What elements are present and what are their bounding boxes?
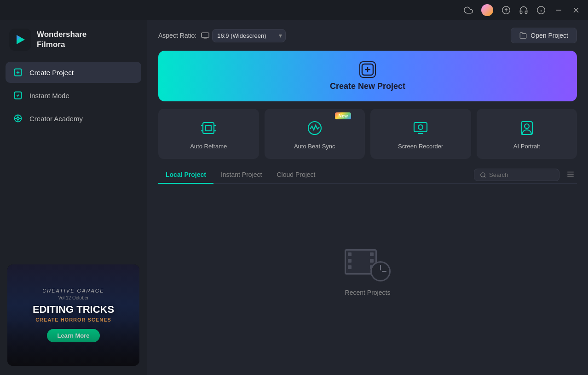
svg-line-39 [484, 176, 486, 177]
minimize-icon[interactable] [554, 6, 563, 15]
info-icon[interactable] [536, 6, 546, 15]
open-project-button[interactable]: Open Project [511, 28, 577, 43]
instant-mode-icon [13, 90, 23, 100]
titlebar [0, 0, 588, 20]
topbar: Aspect Ratio: 16:9 (Widescreen) 9:16 (Ve… [147, 20, 588, 51]
projects-tabs: Local Project Instant Project Cloud Proj… [158, 166, 577, 184]
tool-card-label: Auto Reframe [190, 143, 227, 150]
tab-cloud-project[interactable]: Cloud Project [269, 166, 323, 184]
screen-recorder-icon [410, 118, 431, 138]
aspect-ratio-select[interactable]: 16:9 (Widescreen) 9:16 (Vertical) 1:1 (S… [212, 29, 286, 42]
logo-area: Wondershare Filmora [0, 20, 147, 62]
cloud-icon[interactable] [464, 6, 473, 15]
clock-circle [370, 261, 391, 281]
nav-menu: Create Project Instant Mode [0, 62, 147, 129]
create-banner-plus-icon [359, 61, 376, 78]
create-project-icon [13, 67, 23, 77]
promo-banner[interactable]: Creative Garage Vol.12 October EDITING T… [7, 264, 139, 366]
tool-card-label: Auto Beat Sync [294, 143, 335, 150]
sidebar-item-label: Instant Mode [29, 92, 69, 100]
create-new-project-banner[interactable]: Create New Project [158, 51, 577, 101]
sidebar-item-create-project[interactable]: Create Project [6, 62, 141, 83]
aspect-ratio-select-wrap: 16:9 (Widescreen) 9:16 (Vertical) 1:1 (S… [201, 29, 286, 42]
create-banner-label: Create New Project [330, 82, 405, 91]
ai-portrait-icon [517, 118, 537, 138]
tool-card-auto-beat-sync[interactable]: New Auto Beat Sync [265, 109, 365, 159]
tool-cards: Auto Reframe New Auto Beat Sync [147, 109, 588, 166]
close-icon[interactable] [571, 6, 581, 15]
app-logo [9, 29, 31, 51]
promo-vol: Vol.12 October [58, 295, 88, 300]
tool-card-ai-portrait[interactable]: AI Portrait [477, 109, 577, 159]
aspect-ratio-area: Aspect Ratio: 16:9 (Widescreen) 9:16 (Ve… [158, 29, 286, 42]
sidebar-item-label: Creator Academy [29, 115, 83, 123]
folder-icon [519, 32, 527, 39]
creator-academy-icon [13, 113, 23, 123]
projects-section: Local Project Instant Project Cloud Proj… [147, 166, 588, 375]
app-name: Wondershare Filmora [37, 29, 86, 50]
recent-projects-label: Recent Projects [345, 289, 391, 296]
list-view-icon[interactable] [564, 168, 577, 182]
svg-rect-33 [414, 123, 427, 132]
svg-rect-27 [206, 125, 211, 131]
main-content: Aspect Ratio: 16:9 (Widescreen) 9:16 (Ve… [147, 20, 588, 375]
search-input[interactable] [489, 171, 553, 178]
svg-rect-21 [202, 33, 209, 37]
auto-beat-sync-icon [305, 118, 325, 138]
svg-point-16 [17, 117, 19, 120]
empty-state: Recent Projects [158, 184, 577, 375]
upload-icon[interactable] [502, 6, 511, 15]
tool-card-auto-reframe[interactable]: Auto Reframe [158, 109, 259, 159]
svg-point-34 [418, 125, 423, 129]
svg-rect-26 [203, 123, 214, 134]
sidebar: Wondershare Filmora Create Project [0, 20, 147, 375]
tab-local-project[interactable]: Local Project [158, 166, 213, 184]
search-box [474, 169, 559, 181]
search-icon [480, 172, 486, 178]
headphones-icon[interactable] [519, 6, 528, 15]
empty-state-icon [345, 245, 391, 281]
auto-reframe-icon [198, 118, 219, 138]
monitor-icon [201, 32, 209, 39]
tabs-right-controls [474, 168, 577, 182]
tool-card-label: AI Portrait [513, 143, 540, 150]
promo-top-label: Creative Garage [42, 288, 104, 293]
open-project-label: Open Project [530, 32, 568, 39]
svg-point-38 [481, 172, 485, 176]
sidebar-item-label: Create Project [29, 69, 74, 76]
new-badge: New [335, 112, 351, 119]
tab-instant-project[interactable]: Instant Project [213, 166, 270, 184]
sidebar-item-creator-academy[interactable]: Creator Academy [6, 108, 141, 129]
promo-person-overlay [7, 320, 139, 366]
sidebar-item-instant-mode[interactable]: Instant Mode [6, 85, 141, 106]
user-avatar[interactable] [481, 4, 493, 16]
svg-point-37 [525, 124, 529, 129]
tool-card-label: Screen Recorder [398, 143, 443, 150]
promo-title: EDITING TRICKS [33, 304, 114, 315]
aspect-ratio-label: Aspect Ratio: [158, 32, 196, 39]
tool-card-screen-recorder[interactable]: Screen Recorder [370, 109, 471, 159]
